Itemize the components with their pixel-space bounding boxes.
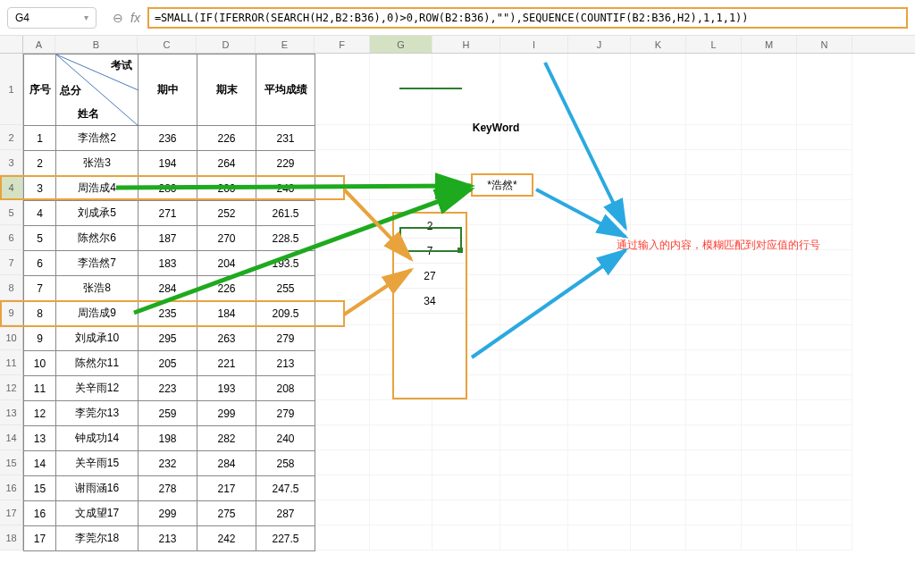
table-cell[interactable]: 200: [197, 176, 256, 201]
table-cell[interactable]: 213: [139, 526, 197, 551]
table-cell[interactable]: 299: [197, 401, 256, 426]
table-cell[interactable]: 282: [197, 426, 256, 451]
table-cell[interactable]: 刘成承10: [56, 326, 139, 351]
row-header[interactable]: 14: [0, 425, 23, 450]
row-header[interactable]: 8: [0, 275, 23, 300]
spreadsheet-grid[interactable]: ABCDEFGHIJKLMN 1234567891011121314151617…: [0, 36, 915, 550]
table-cell[interactable]: 226: [197, 126, 256, 151]
row-header[interactable]: 11: [0, 350, 23, 375]
table-cell[interactable]: 8: [24, 301, 56, 326]
table-cell[interactable]: 235: [139, 301, 197, 326]
table-cell[interactable]: 252: [197, 201, 256, 226]
table-cell[interactable]: 232: [139, 451, 197, 476]
row-header[interactable]: 4: [0, 175, 23, 200]
row-header[interactable]: 9: [0, 300, 23, 325]
table-cell[interactable]: 张浩8: [56, 276, 139, 301]
table-cell[interactable]: 194: [139, 151, 197, 176]
table-cell[interactable]: 4: [24, 201, 56, 226]
table-cell[interactable]: 279: [256, 401, 315, 426]
table-cell[interactable]: 李莞尔18: [56, 526, 139, 551]
result-cell[interactable]: 7: [394, 239, 466, 264]
table-cell[interactable]: 258: [256, 451, 315, 476]
table-cell[interactable]: 张浩3: [56, 151, 139, 176]
chevron-down-icon[interactable]: ▾: [84, 13, 88, 22]
table-cell[interactable]: 钟成功14: [56, 426, 139, 451]
table-cell[interactable]: 198: [139, 426, 197, 451]
row-header[interactable]: 2: [0, 125, 23, 150]
table-cell[interactable]: 223: [139, 376, 197, 401]
table-cell[interactable]: 7: [24, 276, 56, 301]
column-header[interactable]: A: [23, 36, 55, 53]
table-cell[interactable]: 周浩成9: [56, 301, 139, 326]
column-header[interactable]: J: [568, 36, 631, 53]
table-cell[interactable]: 270: [197, 226, 256, 251]
table-cell[interactable]: 240: [256, 176, 315, 201]
table-cell[interactable]: 关辛雨15: [56, 451, 139, 476]
table-cell[interactable]: 217: [197, 476, 256, 501]
table-cell[interactable]: 284: [139, 276, 197, 301]
table-cell[interactable]: 279: [256, 326, 315, 351]
table-cell[interactable]: 关辛雨12: [56, 376, 139, 401]
table-cell[interactable]: 谢雨涵16: [56, 476, 139, 501]
table-cell[interactable]: 264: [197, 151, 256, 176]
table-cell[interactable]: 280: [139, 176, 197, 201]
row-header[interactable]: 3: [0, 150, 23, 175]
row-header[interactable]: 17: [0, 500, 23, 525]
column-header[interactable]: K: [631, 36, 686, 53]
table-cell[interactable]: 184: [197, 301, 256, 326]
table-cell[interactable]: 周浩成4: [56, 176, 139, 201]
table-cell[interactable]: 247.5: [256, 476, 315, 501]
table-cell[interactable]: 204: [197, 251, 256, 276]
table-cell[interactable]: 刘成承5: [56, 201, 139, 226]
row-header[interactable]: 1: [0, 54, 23, 125]
table-cell[interactable]: 17: [24, 526, 56, 551]
table-cell[interactable]: 15: [24, 476, 56, 501]
column-header[interactable]: H: [432, 36, 500, 53]
table-cell[interactable]: 275: [197, 501, 256, 526]
row-header[interactable]: 10: [0, 325, 23, 350]
row-header[interactable]: 12: [0, 375, 23, 400]
table-cell[interactable]: 226: [197, 276, 256, 301]
table-cell[interactable]: 187: [139, 226, 197, 251]
table-cell[interactable]: 227.5: [256, 526, 315, 551]
fx-icon[interactable]: fx: [130, 11, 140, 25]
result-cell[interactable]: 2: [394, 214, 466, 239]
row-header[interactable]: 18: [0, 525, 23, 550]
table-cell[interactable]: 193.5: [256, 251, 315, 276]
table-cell[interactable]: 6: [24, 251, 56, 276]
row-header[interactable]: 5: [0, 200, 23, 225]
column-header[interactable]: E: [256, 36, 315, 53]
table-cell[interactable]: 208: [256, 376, 315, 401]
row-header[interactable]: 15: [0, 450, 23, 475]
table-cell[interactable]: 299: [139, 501, 197, 526]
table-cell[interactable]: 陈然尔6: [56, 226, 139, 251]
column-header[interactable]: I: [500, 36, 568, 53]
table-cell[interactable]: 229: [256, 151, 315, 176]
table-cell[interactable]: 李莞尔13: [56, 401, 139, 426]
cell-reference-input[interactable]: G4 ▾: [7, 7, 97, 29]
table-cell[interactable]: 李浩然2: [56, 126, 139, 151]
column-header[interactable]: M: [742, 36, 797, 53]
table-cell[interactable]: 14: [24, 451, 56, 476]
row-header[interactable]: 16: [0, 475, 23, 500]
table-cell[interactable]: 5: [24, 226, 56, 251]
table-cell[interactable]: 221: [197, 351, 256, 376]
table-cell[interactable]: 1: [24, 126, 56, 151]
table-cell[interactable]: 278: [139, 476, 197, 501]
table-cell[interactable]: 228.5: [256, 226, 315, 251]
table-cell[interactable]: 263: [197, 326, 256, 351]
column-header[interactable]: L: [686, 36, 742, 53]
table-cell[interactable]: 295: [139, 326, 197, 351]
table-cell[interactable]: 287: [256, 501, 315, 526]
result-cell[interactable]: 27: [394, 264, 466, 289]
table-cell[interactable]: 10: [24, 351, 56, 376]
table-cell[interactable]: 242: [197, 526, 256, 551]
column-header[interactable]: B: [55, 36, 138, 53]
result-cell-empty[interactable]: [394, 314, 466, 398]
table-cell[interactable]: 231: [256, 126, 315, 151]
table-cell[interactable]: 183: [139, 251, 197, 276]
column-header[interactable]: C: [138, 36, 197, 53]
table-cell[interactable]: 16: [24, 501, 56, 526]
table-cell[interactable]: 2: [24, 151, 56, 176]
column-header[interactable]: N: [797, 36, 852, 53]
